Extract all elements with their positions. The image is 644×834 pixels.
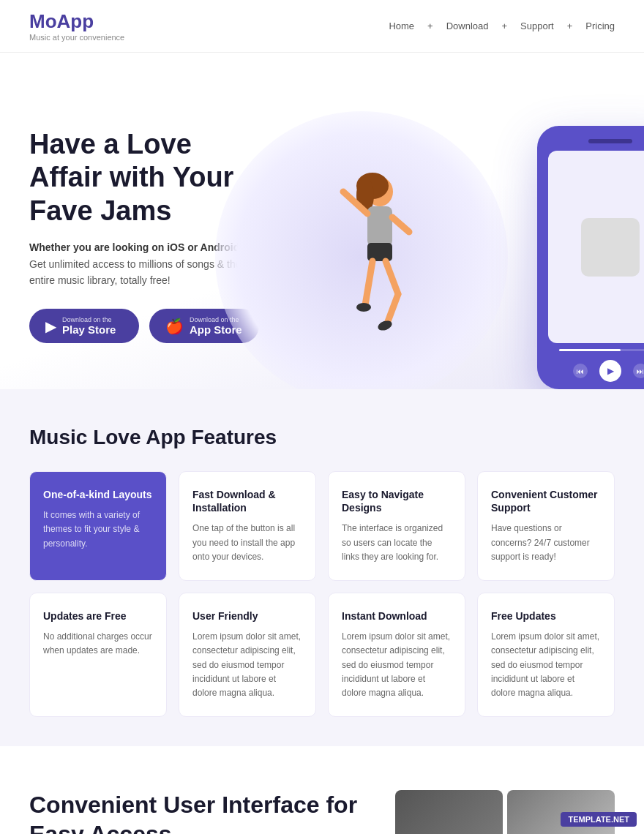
feature-title-0: One-of-a-kind Layouts: [43, 488, 153, 501]
feature-card-0: One-of-a-kind Layouts It comes with a va…: [29, 471, 167, 581]
svg-rect-3: [367, 206, 392, 247]
feature-title-r2-0: Updates are Free: [43, 609, 153, 623]
about-content: Convenient User Interface for Easy Acces…: [29, 790, 359, 834]
play-button[interactable]: ▶: [599, 360, 621, 382]
play-store-button[interactable]: ▶ Download on the Play Store: [29, 309, 139, 343]
features-row2: Updates are Free No additional charges o…: [29, 593, 615, 717]
feature-desc-r2-0: No additional charges occur when updates…: [43, 630, 153, 658]
album-art: [581, 218, 640, 277]
feature-title-3: Convenient Customer Support: [491, 488, 601, 514]
play-store-label-main: Play Store: [62, 323, 116, 336]
progress-bar: [559, 349, 644, 351]
next-button[interactable]: ⏭: [633, 364, 644, 378]
svg-line-9: [387, 294, 398, 323]
feature-desc-r2-3: Lorem ipsum dolor sit amet, consectetur …: [491, 630, 601, 700]
nav-download[interactable]: Download: [446, 20, 489, 31]
feature-desc-0: It comes with a variety of themes to fit…: [43, 508, 153, 551]
feature-card-2: Easy to Navigate Designs The interface i…: [328, 471, 465, 581]
phone-speaker: [588, 139, 632, 143]
image-desk: [395, 790, 503, 834]
feature-title-r2-3: Free Updates: [491, 609, 601, 623]
feature-card-1: Fast Download & Installation One tap of …: [179, 471, 316, 581]
svg-line-8: [386, 261, 398, 294]
feature-title-2: Easy to Navigate Designs: [342, 488, 452, 514]
feature-card-3: Convenient Customer Support Have questio…: [477, 471, 615, 581]
hero-section: Have a Love Affair with Your Fave Jams W…: [0, 53, 644, 389]
phone-mockup: ⏮ ▶ ⏭: [537, 126, 644, 389]
svg-line-5: [392, 217, 409, 232]
svg-line-7: [365, 261, 372, 305]
prev-button[interactable]: ⏮: [573, 364, 588, 378]
hero-illustration: ⏮ ▶ ⏭ 🌿 🍃 ♪: [259, 82, 644, 389]
hero-sub-body: Get unlimited access to millions of song…: [29, 258, 241, 286]
feature-desc-2: The interface is organized so users can …: [342, 522, 452, 564]
feature-title-r2-1: User Friendly: [192, 609, 302, 623]
brand-tagline: Music at your convenience: [29, 33, 124, 42]
hero-buttons: ▶ Download on the Play Store 🍎 Download …: [29, 309, 259, 343]
play-store-icon: ▶: [45, 318, 56, 335]
nav-home[interactable]: Home: [389, 20, 414, 31]
feature-desc-r2-1: Lorem ipsum dolor sit amet, consectetur …: [192, 630, 302, 700]
brand-name: MoApp: [29, 10, 124, 33]
template-badge: TEMPLATE.NET: [561, 812, 637, 827]
nav-separator2: +: [502, 20, 508, 31]
feature-card-r2-0: Updates are Free No additional charges o…: [29, 593, 167, 717]
hero-sub-line1: Whether you are looking on iOS or Androi…: [29, 241, 239, 253]
dancer-illustration: [332, 170, 420, 375]
about-title: Convenient User Interface for Easy Acces…: [29, 790, 359, 834]
features-section: Music Love App Features One-of-a-kind La…: [0, 389, 644, 746]
play-store-label-top: Download on the: [62, 316, 116, 323]
nav-separator3: +: [567, 20, 573, 31]
navbar: MoApp Music at your convenience Home + D…: [0, 0, 644, 53]
feature-title-r2-2: Instant Download: [342, 609, 452, 623]
apple-icon: 🍎: [165, 318, 184, 335]
feature-card-r2-3: Free Updates Lorem ipsum dolor sit amet,…: [477, 593, 615, 717]
phone-screen: [548, 151, 644, 343]
svg-point-10: [356, 303, 371, 312]
about-section: Convenient User Interface for Easy Acces…: [0, 746, 644, 834]
logo: MoApp Music at your convenience: [29, 10, 124, 42]
feature-title-1: Fast Download & Installation: [192, 488, 302, 514]
phone-controls: ⏮ ▶ ⏭: [573, 360, 644, 382]
feature-desc-3: Have questions or concerns? 24/7 custome…: [491, 522, 601, 564]
features-title: Music Love App Features: [29, 426, 615, 449]
features-row1: One-of-a-kind Layouts It comes with a va…: [29, 471, 615, 581]
feature-desc-1: One tap of the button is all you need to…: [192, 522, 302, 564]
feature-card-r2-2: Instant Download Lorem ipsum dolor sit a…: [328, 593, 465, 717]
nav-pricing[interactable]: Pricing: [585, 20, 615, 31]
feature-desc-r2-2: Lorem ipsum dolor sit amet, consectetur …: [342, 630, 452, 700]
nav-links: Home + Download + Support + Pricing: [389, 20, 615, 31]
feature-card-r2-1: User Friendly Lorem ipsum dolor sit amet…: [179, 593, 316, 717]
nav-support[interactable]: Support: [520, 20, 554, 31]
progress-fill: [559, 349, 621, 351]
nav-separator1: +: [427, 20, 433, 31]
